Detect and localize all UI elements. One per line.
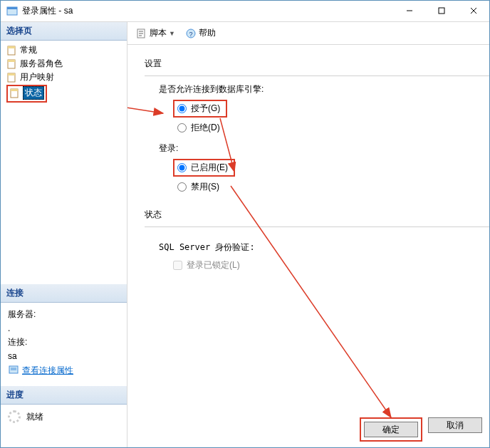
script-icon: [136, 28, 147, 39]
app-icon: [6, 6, 18, 17]
svg-rect-1: [7, 7, 17, 9]
connection-header: 连接: [1, 284, 127, 303]
svg-rect-9: [8, 60, 15, 62]
page-icon: [9, 88, 21, 99]
help-icon: ?: [185, 28, 197, 39]
content-toolbar: 脚本 ▼ ? 帮助: [127, 22, 489, 45]
content-area: 设置 是否允许连接到数据库引擎: 授予(G) 拒绝(D) 登录: 已启用(E): [127, 45, 489, 447]
ok-button[interactable]: 确定: [364, 422, 418, 437]
login-label: 登录:: [159, 142, 489, 155]
connection-body: 服务器: . 连接: sa 查看连接属性: [1, 303, 127, 386]
status-heading: 状态: [145, 209, 489, 221]
deny-radio[interactable]: [177, 123, 187, 132]
svg-rect-3: [439, 8, 444, 14]
server-label: 服务器:: [8, 308, 120, 321]
page-icon: [6, 58, 18, 70]
progress-body: 就绪: [1, 405, 127, 429]
view-connection-properties-link[interactable]: 查看连接属性: [22, 365, 73, 377]
dialog-buttons: 确定 取消: [360, 417, 482, 442]
deny-label: 拒绝(D): [191, 122, 220, 134]
cancel-button[interactable]: 取消: [428, 417, 482, 433]
ok-highlight-box: 确定: [360, 417, 422, 442]
select-page-header: 选择页: [1, 22, 127, 41]
maximize-button[interactable]: [425, 1, 457, 21]
help-button[interactable]: ? 帮助: [182, 26, 219, 41]
permit-connection-label: 是否允许连接到数据库引擎:: [159, 83, 489, 95]
nav-label: 状态: [23, 86, 44, 100]
properties-icon: [8, 364, 19, 377]
sql-auth-label: SQL Server 身份验证:: [159, 241, 489, 254]
locked-label: 登录已锁定(L): [187, 259, 240, 271]
connection-value: sa: [8, 351, 120, 361]
close-button[interactable]: [457, 1, 489, 21]
svg-text:?: ?: [189, 31, 192, 38]
page-icon: [6, 72, 18, 83]
dropdown-icon: ▼: [169, 30, 175, 37]
svg-rect-7: [8, 46, 15, 48]
nav-user-mapping[interactable]: 用户映射: [2, 71, 125, 84]
enabled-highlight-box: 已启用(E): [173, 159, 235, 177]
grant-label: 授予(G): [191, 103, 220, 115]
svg-rect-13: [11, 89, 18, 91]
minimize-button[interactable]: [393, 1, 425, 21]
nav-status[interactable]: 状态: [2, 84, 125, 103]
grant-highlight-box: 授予(G): [173, 100, 227, 118]
script-label: 脚本: [150, 27, 167, 39]
enabled-label: 已启用(E): [191, 162, 228, 174]
connection-label: 连接:: [8, 336, 120, 348]
grant-radio[interactable]: [177, 104, 187, 113]
nav-label: 服务器角色: [20, 58, 63, 70]
status-highlight-box: 状态: [6, 85, 47, 103]
nav-general[interactable]: 常规: [2, 43, 125, 57]
disabled-label: 禁用(S): [191, 181, 219, 193]
locked-checkbox: [173, 261, 182, 270]
nav-label: 用户映射: [20, 71, 54, 83]
server-value: .: [8, 323, 120, 333]
window-title: 登录属性 - sa: [22, 5, 73, 17]
progress-header: 进度: [1, 386, 127, 405]
nav-label: 常规: [20, 44, 37, 56]
page-icon: [6, 45, 18, 56]
nav-list: 常规 服务器角色 用户映射 状态: [1, 41, 127, 106]
help-label: 帮助: [199, 27, 216, 39]
progress-status: 就绪: [26, 411, 43, 423]
settings-heading: 设置: [145, 58, 489, 70]
enabled-radio[interactable]: [177, 163, 187, 172]
script-button[interactable]: 脚本 ▼: [133, 26, 178, 41]
svg-rect-11: [8, 73, 15, 75]
titlebar: 登录属性 - sa: [1, 1, 489, 22]
nav-server-roles[interactable]: 服务器角色: [2, 57, 125, 71]
progress-spinner-icon: [8, 410, 21, 423]
left-pane: 选择页 常规 服务器角色 用户映射 状态 连接: [1, 22, 127, 447]
window-controls: [393, 1, 489, 21]
disabled-radio[interactable]: [177, 182, 187, 192]
right-pane: 脚本 ▼ ? 帮助 设置 是否允许连接到数据库引擎: 授予(G) 拒绝(D): [127, 22, 489, 447]
